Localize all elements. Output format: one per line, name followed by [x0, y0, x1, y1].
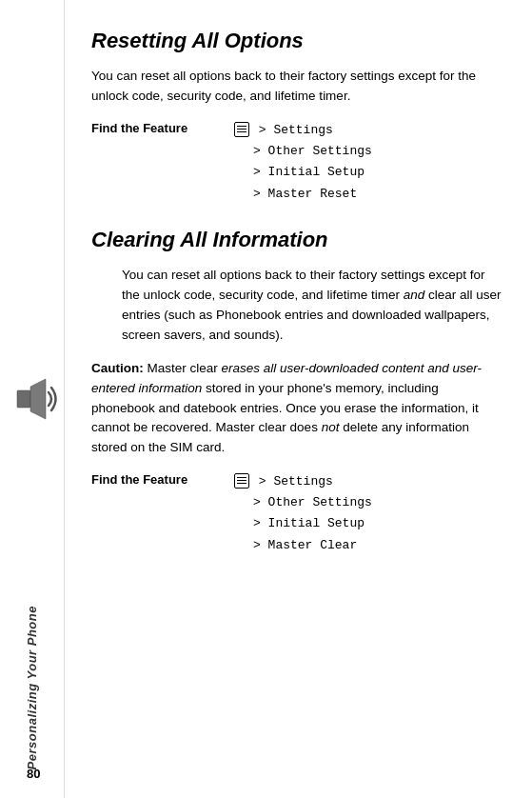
section1-body: You can reset all options back to their …	[91, 67, 505, 107]
caution-pre: Master clear	[148, 361, 222, 375]
section1-find-feature-label: Find the Feature	[91, 120, 234, 135]
section1-find-feature: Find the Feature > Settings > Other Sett…	[91, 120, 505, 204]
section-clearing: Clearing All Information You can reset a…	[91, 228, 505, 556]
main-content: Resetting All Options You can reset all …	[65, 0, 532, 798]
speaker-icon	[10, 371, 59, 429]
menu-icon-2	[234, 473, 249, 489]
caution-not: not	[322, 420, 340, 434]
page-container: Personalizing Your Phone Resetting All O…	[0, 0, 532, 798]
section1-title: Resetting All Options	[91, 29, 505, 53]
section2-find-feature-label: Find the Feature	[91, 471, 234, 487]
section2-body1: You can reset all options back to their …	[91, 266, 505, 346]
section2-find-feature: Find the Feature > Settings > Other Sett…	[91, 471, 505, 555]
section2-title: Clearing All Information	[91, 228, 505, 252]
svg-rect-0	[17, 390, 30, 408]
caution-label: Caution:	[91, 361, 144, 375]
section1-find-feature-path: > Settings > Other Settings > Initial Se…	[234, 120, 372, 204]
section2-caution: Caution: Master clear erases all user-do…	[91, 359, 505, 459]
svg-marker-1	[30, 379, 46, 419]
section2-find-feature-path: > Settings > Other Settings > Initial Se…	[234, 471, 372, 555]
sidebar-vertical-label: Personalizing Your Phone	[25, 606, 39, 769]
left-sidebar: Personalizing Your Phone	[0, 0, 65, 798]
section-resetting: Resetting All Options You can reset all …	[91, 29, 505, 205]
menu-icon-1	[234, 122, 249, 137]
section2-body1-start: You can reset all options back to their …	[122, 268, 501, 342]
page-number: 80	[27, 767, 40, 781]
